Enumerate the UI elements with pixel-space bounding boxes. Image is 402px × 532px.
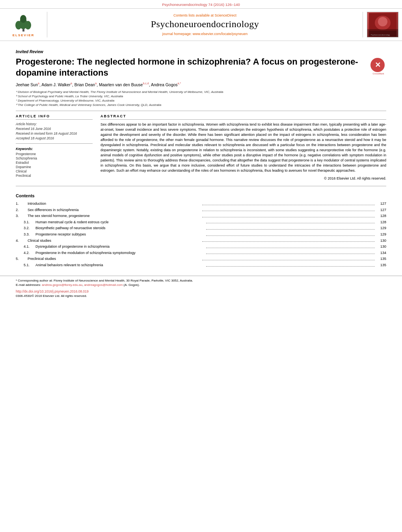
email-label: E-mail addresses: (16, 283, 42, 287)
toc-num-4: 4. (16, 238, 28, 243)
toc-label-5: Preclinical studies (28, 256, 201, 261)
toc-dots-5-1 (206, 263, 375, 267)
toc-num-3-2: 3.2. (24, 226, 35, 231)
crossmark-label: CrossMark (370, 72, 386, 75)
history-title: Article history: (16, 122, 93, 126)
elsevier-tree-icon (13, 13, 34, 32)
journal-header: ELSEVIER Contents lists available at Sci… (0, 9, 402, 41)
keyword-4: Dopamine (16, 165, 93, 169)
toc-num-3-3: 3.3. (24, 232, 35, 237)
affiliation-d: ᵈ The College of Public Health, Medical … (16, 103, 386, 107)
svg-rect-8 (369, 31, 396, 37)
toc-page-5: 135 (376, 256, 386, 261)
toc-dots-3-3 (206, 232, 375, 236)
toc-num-3-1: 3.1. (24, 220, 35, 225)
crossmark-icon: ✕ (375, 61, 381, 69)
toc-page-4-1: 130 (376, 244, 386, 249)
toc-dots-4 (202, 238, 375, 242)
email-author-suffix: (A. Gogos). (123, 283, 140, 287)
toc-page-1: 127 (376, 201, 386, 206)
info-abstract-cols: ARTICLE INFO Article history: Received 1… (16, 114, 386, 180)
toc-page-3: 128 (376, 213, 386, 219)
toc-item-4-1: 4.1. Dysregulation of progesterone in sc… (16, 244, 386, 249)
keywords-list: Progesterone Schizophrenia Estradiol Dop… (16, 152, 93, 178)
revised-date: Received in revised form 18 August 2016 (16, 132, 93, 135)
affiliation-c: ᶜ Department of Pharmacology, University… (16, 99, 386, 102)
keywords-heading: Keywords: (16, 147, 93, 151)
toc-item-3-1: 3.1. Human menstrual cycle & rodent estr… (16, 220, 386, 225)
article-history: Article history: Received 16 June 2016 R… (16, 122, 93, 140)
sciencedirect-link-text[interactable]: ScienceDirect (215, 13, 237, 17)
keyword-1: Progesterone (16, 152, 93, 156)
toc-label-4-1: Dysregulation of progesterone in schizop… (35, 244, 205, 249)
toc-dots-4-2 (206, 250, 375, 254)
elsevier-logo: ELSEVIER (0, 12, 47, 37)
toc-page-3-2: 129 (376, 226, 386, 231)
svg-point-7 (378, 17, 387, 26)
toc-page-4: 130 (376, 238, 386, 243)
journal-ref-text: Psychoneuroendocrinology 74 (2016) 126–1… (162, 2, 240, 7)
toc-label-5-1: Animal behaviors relevant to schizophren… (35, 263, 205, 268)
toc-page-2: 127 (376, 208, 386, 213)
journal-reference-bar: Psychoneuroendocrinology 74 (2016) 126–1… (0, 0, 402, 9)
toc-item-2: 2. Sex differences in schizophrenia 127 (16, 208, 386, 213)
toc-num-5: 5. (16, 256, 28, 261)
article-info-heading: ARTICLE INFO (16, 114, 93, 120)
keyword-3: Estradiol (16, 161, 93, 165)
toc-label-1: Introduction (28, 201, 201, 206)
toc-label-3-2: Biosynthetic pathway of neuroactive ster… (35, 226, 205, 231)
toc-num-4-1: 4.1. (24, 244, 35, 249)
section-type-label: Invited Review (16, 50, 386, 54)
toc-page-3-1: 128 (376, 220, 386, 225)
toc-num-4-2: 4.2. (24, 250, 35, 256)
toc-label-3: The sex steroid hormone, progesterone (28, 213, 201, 219)
toc-item-3: 3. The sex steroid hormone, progesterone… (16, 213, 386, 219)
svg-point-2 (15, 21, 22, 30)
toc-item-4: 4. Clinical studies 130 (16, 238, 386, 243)
sciencedirect-line: Contents lists available at ScienceDirec… (173, 13, 236, 17)
svg-point-4 (20, 15, 26, 23)
toc-label-2: Sex differences in schizophrenia (28, 208, 201, 213)
divider-2 (16, 186, 386, 186)
affiliation-a: ᵃ Division of Biological Psychiatry and … (16, 90, 386, 94)
accepted-date: Accepted 18 August 2016 (16, 136, 93, 140)
divider-1 (16, 111, 386, 111)
toc-dots-3-2 (206, 226, 375, 230)
corresponding-author-note: * Corresponding author at: Florey Instit… (16, 278, 386, 287)
homepage-url[interactable]: www.elsevier.com/locate/psyneuen (193, 32, 248, 36)
keyword-2: Schizophrenia (16, 156, 93, 160)
toc-item-5-1: 5.1. Animal behaviors relevant to schizo… (16, 263, 386, 268)
toc-item-1: 1. Introduction 127 (16, 201, 386, 206)
toc-label-3-1: Human menstrual cycle & rodent estrous c… (35, 220, 205, 225)
authors-line: Jeehae Suna, Adam J. Walkera, Brian Dean… (16, 82, 386, 87)
svg-point-3 (25, 21, 31, 30)
toc-dots-3 (202, 213, 375, 217)
keyword-6: Preclinical (16, 174, 93, 178)
toc-label-4: Clinical studies (28, 238, 201, 243)
toc-item-4-2: 4.2. Progesterone in the modulation of s… (16, 250, 386, 256)
crossmark-badge: ✕ CrossMark (370, 58, 386, 74)
article-title-row: Progesterone: The neglected hormone in s… (16, 56, 386, 78)
email-2[interactable]: andreagogos@hotmail.com (84, 283, 123, 287)
journal-logo-image: Psychoneuroendocrinology (367, 12, 398, 37)
journal-title-area: Contents lists available at ScienceDirec… (47, 12, 363, 37)
issn-line: 0306-4530/© 2016 Elsevier Ltd. All right… (16, 294, 386, 298)
journal-cover-icon: Psychoneuroendocrinology (369, 13, 396, 37)
affiliations: ᵃ Division of Biological Psychiatry and … (16, 90, 386, 107)
abstract-heading: ABSTRACT (100, 114, 386, 120)
affiliation-b: ᵇ School of Psychology and Public Health… (16, 95, 386, 98)
received-date: Received 16 June 2016 (16, 127, 93, 131)
contents-heading: Contents (16, 193, 386, 198)
toc-num-3: 3. (16, 213, 28, 219)
toc-num-2: 2. (16, 208, 28, 213)
journal-logo-area: Psychoneuroendocrinology (363, 12, 402, 37)
toc-dots-2 (202, 208, 375, 211)
article-info-col: ARTICLE INFO Article history: Received 1… (16, 114, 93, 180)
page: Psychoneuroendocrinology 74 (2016) 126–1… (0, 0, 402, 532)
email-1[interactable]: andrea.gogos@florey.edu.au (42, 283, 82, 287)
toc-page-4-2: 134 (376, 250, 386, 256)
doi-link[interactable]: http://dx.doi.org/10.1016/j.psyneuen.201… (16, 289, 386, 293)
toc-page-3-3: 129 (376, 232, 386, 237)
elsevier-label: ELSEVIER (13, 33, 35, 37)
toc-list: 1. Introduction 127 2. Sex differences i… (16, 201, 386, 268)
